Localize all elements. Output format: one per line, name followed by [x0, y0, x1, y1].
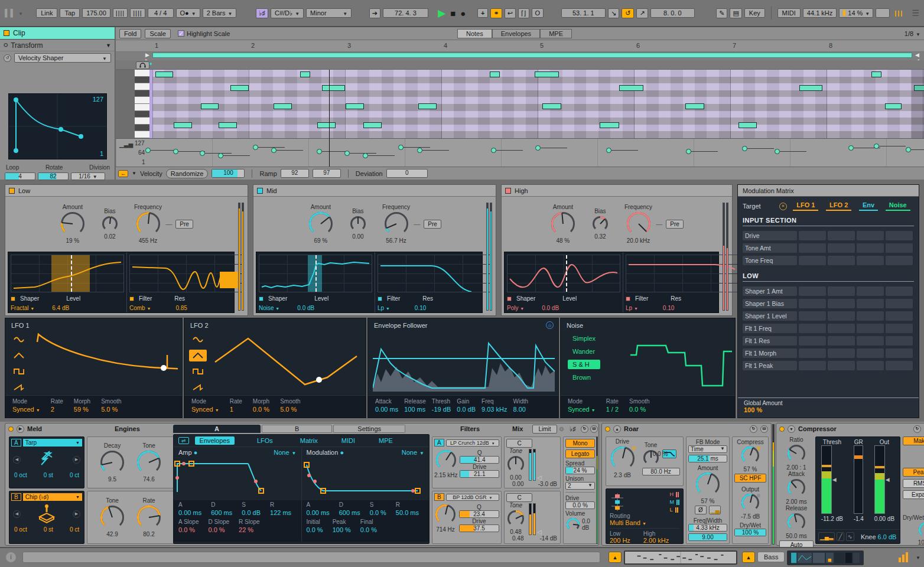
subtab-midi[interactable]: MIDI: [337, 436, 360, 445]
gain-history-button[interactable]: ∿: [846, 532, 854, 541]
param-initial[interactable]: Initial0.0 %: [307, 519, 323, 533]
knob-dial[interactable]: [786, 444, 806, 464]
midi-note[interactable]: [885, 103, 902, 109]
knob-value[interactable]: -7.5 dB: [741, 513, 760, 520]
midi-note[interactable]: [230, 85, 249, 91]
record-button[interactable]: ●: [460, 8, 466, 18]
velocity-marker[interactable]: [145, 148, 151, 153]
amp-env-mode-menu[interactable]: None▼: [274, 449, 296, 456]
tone-freq-field[interactable]: 80.0 Hz: [642, 468, 680, 475]
knob-dial[interactable]: [60, 211, 86, 237]
transform-refresh-icon[interactable]: ↺: [4, 54, 11, 62]
param-smooth[interactable]: Smooth0.0 %: [629, 398, 649, 415]
link-button[interactable]: Link: [36, 8, 57, 18]
param-rate[interactable]: Rate1: [230, 398, 242, 415]
engine-a-prev-icon[interactable]: ◀: [13, 456, 21, 464]
crossover-low-value[interactable]: 200 Hz: [610, 537, 630, 544]
computer-midi-keyboard-button[interactable]: ▤: [730, 8, 741, 18]
compressor-hot-swap-icon[interactable]: ↻: [913, 425, 921, 433]
fb-time-field[interactable]: 25.1 ms: [688, 455, 727, 462]
matrix-cell[interactable]: [828, 286, 855, 296]
matrix-row-label[interactable]: Tone Amt: [743, 243, 797, 253]
knob-dial[interactable]: [740, 493, 760, 513]
grid-value-menu[interactable]: 1/8▼: [905, 30, 920, 37]
velocity-stats-icon[interactable]: ▁▃▅: [119, 141, 133, 148]
knob-value[interactable]: 100 %: [918, 539, 924, 546]
knob-value[interactable]: 714 Hz: [436, 526, 455, 533]
matrix-row-label[interactable]: Flt 1 Res: [743, 336, 797, 346]
knob-dial[interactable]: [349, 215, 367, 233]
knob-value[interactable]: 0.0 dB: [582, 518, 595, 531]
midi-note[interactable]: [490, 71, 500, 77]
matrix-cell[interactable]: [886, 311, 913, 321]
matrix-row-label[interactable]: Flt 1 Peak: [743, 361, 797, 370]
meld-preview-icon[interactable]: ▶: [17, 425, 24, 433]
filter-a-type-menu[interactable]: LP Crunch 12dB▼: [446, 439, 499, 447]
velocity-shaper-graph[interactable]: 127 1: [8, 93, 107, 159]
param-r[interactable]: R50.0 ms: [396, 501, 419, 516]
scale-root-menu[interactable]: C#/D♭▼: [271, 8, 304, 18]
crossover-high-value[interactable]: 2.00 kHz: [643, 537, 669, 544]
engine-a-oct[interactable]: 0 oct: [14, 472, 27, 478]
clip-tab[interactable]: Clip: [0, 27, 115, 40]
deviation-field[interactable]: 0: [386, 169, 428, 178]
quantize-menu[interactable]: 2 Bars▼: [203, 8, 237, 18]
mix-b-level-value[interactable]: -14 dB: [540, 535, 557, 542]
comp-meter-thresh[interactable]: Thresh ◀ -11.2 dB: [821, 439, 843, 522]
unison-menu[interactable]: 2▼: [565, 482, 595, 490]
matrix-row-label[interactable]: Tone Freq: [743, 256, 797, 265]
param-a[interactable]: A0.00 ms: [307, 501, 330, 516]
roar-activator[interactable]: [605, 426, 610, 432]
device-chain-expand-button[interactable]: ▲: [742, 552, 755, 563]
param-a-slope[interactable]: A Slope0.0 %: [178, 519, 199, 533]
lane-collapse-button[interactable]: ←: [118, 170, 128, 177]
filter-b-type-menu[interactable]: BP 12dB OSR▼: [446, 494, 499, 501]
meld-scale-icon[interactable]: ♭♯: [570, 425, 576, 433]
sine-wave-icon[interactable]: [10, 334, 28, 346]
matrix-row-label[interactable]: Drive: [743, 231, 797, 240]
knob-dial[interactable]: [695, 471, 721, 497]
fold-button[interactable]: Fold: [119, 29, 141, 38]
matrix-cell[interactable]: [886, 256, 913, 265]
velocity-marker[interactable]: [606, 148, 611, 153]
knob-value[interactable]: 57 %: [701, 498, 715, 504]
knob-value[interactable]: 42.9: [106, 531, 118, 537]
filter-a-tag[interactable]: A: [434, 439, 444, 447]
fb-mode-menu[interactable]: Time▼: [688, 445, 727, 453]
sc-hpf-button[interactable]: SC HPF: [734, 474, 766, 483]
punch-out-icon[interactable]: ↗: [636, 8, 648, 18]
matrix-cell[interactable]: [857, 361, 884, 370]
add-track-button[interactable]: +: [477, 8, 488, 18]
velocity-marker[interactable]: [491, 148, 496, 153]
automation-arm-button[interactable]: ⚭: [490, 8, 502, 18]
matrix-column-env[interactable]: Env: [859, 201, 878, 211]
velocity-lane[interactable]: ▁▃▅ 127 64 1: [116, 138, 924, 167]
roar-fold-icon[interactable]: ▲: [613, 425, 621, 433]
rms-button[interactable]: RMS: [903, 479, 924, 488]
lfo1-display[interactable]: [32, 331, 178, 393]
param-rate[interactable]: Rate1 / 2: [606, 398, 619, 415]
knob-dial[interactable]: [434, 503, 457, 526]
voice-drive-field[interactable]: 0.0 %: [565, 501, 595, 509]
mod-envelope-display[interactable]: [302, 458, 427, 494]
subtab-mpe[interactable]: MPE: [374, 436, 398, 445]
midi-note[interactable]: [174, 122, 192, 128]
division-menu[interactable]: 1/16▼: [71, 172, 105, 180]
engine-a-next-icon[interactable]: ▶: [73, 456, 80, 464]
expand-button[interactable]: Expand: [903, 490, 924, 499]
knob-value[interactable]: 74.6: [143, 476, 154, 483]
matrix-cell[interactable]: [799, 299, 826, 308]
routing-menu[interactable]: Multi Band ▼: [610, 519, 679, 526]
knob-dial[interactable]: [786, 512, 806, 532]
high-shaper-display[interactable]: [507, 255, 620, 292]
param-r-slope[interactable]: R Slope22 %: [239, 519, 260, 533]
engine-b-next-icon[interactable]: ▶: [73, 510, 80, 518]
velocity-marker[interactable]: [535, 145, 541, 151]
matrix-cell[interactable]: [799, 286, 826, 296]
envelope-follower-display[interactable]: [373, 333, 555, 392]
knob-value[interactable]: 455 Hz: [139, 237, 158, 244]
arrangement-position-field[interactable]: 72. 4. 3: [383, 8, 428, 18]
param-release[interactable]: Release100 ms: [404, 398, 426, 415]
matrix-cell[interactable]: [799, 256, 826, 265]
knob-dial[interactable]: [101, 215, 119, 233]
